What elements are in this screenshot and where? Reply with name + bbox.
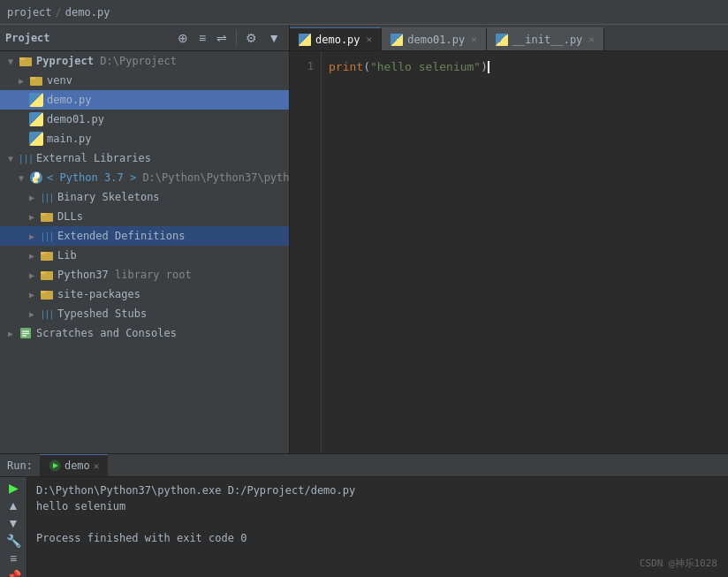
tree-item-python37-lr[interactable]: ▶ Python37 library root — [0, 265, 289, 285]
scroll-down-button[interactable]: ▼ — [4, 516, 23, 530]
typeshed-stubs-label: Typeshed Stubs — [57, 307, 147, 320]
tab-demo-py-label: demo.py — [315, 34, 360, 46]
init-py-tab-icon — [496, 34, 508, 46]
line-numbers: 1 — [290, 51, 322, 453]
pyproject-label: Pyproject — [36, 55, 94, 67]
venv-label: venv — [47, 74, 72, 87]
main-content: Project ⊕ ≡ ⇌ ⚙ ▼ ▼ Pyproject D:\Pyproje… — [0, 25, 728, 453]
python37-icon — [28, 171, 44, 185]
binary-skeletons-icon: ||| — [39, 190, 55, 204]
tree-item-demo01-py[interactable]: demo01.py — [0, 110, 289, 129]
bottom-tab-demo[interactable]: demo ✕ — [40, 454, 109, 476]
bottom-tab-demo-close[interactable]: ✕ — [94, 460, 100, 472]
breadcrumb-bar: project / demo.py — [0, 0, 728, 25]
ext-defs-icon: ||| — [39, 229, 55, 243]
tree-item-lib[interactable]: ▶ Lib — [0, 246, 289, 265]
chevron-ext-libs: ▼ — [4, 154, 18, 163]
main-py-label: main.py — [47, 133, 92, 145]
code-area[interactable]: print("hello selenium") — [322, 51, 728, 453]
svg-rect-12 — [41, 271, 46, 274]
run-line-4: Process finished with exit code 0 — [36, 530, 719, 546]
tab-init-py-close[interactable]: ✕ — [588, 34, 595, 45]
tree-item-ext-libs[interactable]: ▼ ||| External Libraries — [0, 148, 289, 168]
toolbar-divider — [236, 30, 237, 46]
tree-item-ext-defs[interactable]: ▶ ||| Extended Definitions — [0, 226, 289, 246]
demo01-py-tab-icon — [391, 34, 403, 46]
svg-rect-3 — [30, 77, 35, 80]
tree-item-dlls[interactable]: ▶ DLLs — [0, 207, 289, 226]
bottom-panel: Run: demo ✕ ▶ ▲ ▼ 🔧 ≡ 📌 D:\Python\Python… — [0, 453, 728, 577]
kw-print: print — [329, 58, 363, 75]
tree-item-demo-py[interactable]: demo.py — [0, 90, 289, 110]
tab-demo01-py[interactable]: demo01.py ✕ — [382, 27, 487, 50]
tree-item-python37[interactable]: ▼ < Python 3.7 > D:\Python\Python37\pyth… — [0, 168, 289, 187]
tab-init-py-label: __init__.py — [512, 34, 582, 46]
lib-label: Lib — [57, 249, 77, 262]
tab-init-py[interactable]: __init__.py ✕ — [487, 27, 604, 50]
paren-close: ) — [481, 58, 488, 75]
chevron-python37: ▼ — [14, 173, 28, 183]
toolbar-sort-btn[interactable]: ⇌ — [213, 29, 231, 47]
run-button[interactable]: ▶ — [4, 481, 23, 495]
ext-libs-label: External Libraries — [36, 152, 151, 164]
editor-content[interactable]: 1 print("hello selenium") — [290, 51, 728, 453]
python37-lr-label: Python37 — [57, 269, 109, 281]
tree-item-pyproject[interactable]: ▼ Pyproject D:\Pyproject — [0, 51, 289, 71]
tab-demo01-py-close[interactable]: ✕ — [471, 34, 477, 45]
tree-item-site-packages[interactable]: ▶ site-packages — [0, 285, 289, 304]
tree-item-typeshed-stubs[interactable]: ▶ ||| Typeshed Stubs — [0, 304, 289, 323]
chevron-typeshed-stubs: ▶ — [25, 309, 39, 319]
tab-bar: demo.py ✕ demo01.py ✕ __init__.py ✕ — [290, 25, 728, 51]
sidebar: Project ⊕ ≡ ⇌ ⚙ ▼ ▼ Pyproject D:\Pyproje… — [0, 25, 290, 453]
python37-path: D:\Python\Python37\python.exe — [136, 171, 289, 184]
scratches-label: Scratches and Consoles — [36, 327, 177, 339]
chevron-dlls: ▶ — [25, 212, 39, 222]
breadcrumb-project[interactable]: project — [7, 6, 52, 19]
tree-item-main-py[interactable]: main.py — [0, 129, 289, 148]
pyproject-icon — [18, 54, 34, 68]
binary-skeletons-label: Binary Skeletons — [57, 191, 160, 203]
demo01-py-label: demo01.py — [47, 113, 104, 125]
tree-item-scratches[interactable]: ▶ Scratches and Consoles — [0, 323, 289, 343]
bottom-tab-demo-label: demo — [64, 459, 90, 472]
sidebar-header-label: Project — [5, 32, 171, 44]
demo01-py-icon — [28, 112, 44, 126]
tab-demo01-py-label: demo01.py — [407, 34, 465, 46]
breadcrumb-file[interactable]: demo.py — [65, 6, 110, 19]
watermark: CSDN @神乐1028 — [640, 557, 717, 570]
breadcrumb-sep: / — [56, 6, 62, 19]
line-number-1: 1 — [297, 58, 314, 75]
toolbar-dropdown-btn[interactable]: ▼ — [264, 29, 284, 47]
toolbar-list-btn[interactable]: ≡ — [195, 29, 209, 47]
pyproject-path: D:\Pyproject — [94, 55, 177, 67]
pin-button[interactable]: 📌 — [4, 569, 23, 577]
tree-item-binary-skeletons[interactable]: ▶ ||| Binary Skeletons — [0, 187, 289, 207]
text-cursor — [488, 61, 489, 73]
ext-defs-label: Extended Definitions — [57, 230, 186, 242]
site-packages-label: site-packages — [57, 288, 140, 300]
wrench-button[interactable]: 🔧 — [4, 534, 23, 548]
demo-py-tab-icon — [299, 34, 311, 46]
python37-lr-sublabel: library root — [109, 269, 192, 281]
toolbar-settings-btn[interactable]: ⚙ — [242, 29, 261, 47]
venv-icon — [28, 73, 44, 87]
bottom-run-area: ▶ ▲ ▼ 🔧 ≡ 📌 D:\Python\Python37\python.ex… — [0, 477, 728, 577]
scroll-up-button[interactable]: ▲ — [4, 498, 23, 512]
chevron-pyproject: ▼ — [4, 57, 18, 66]
svg-point-5 — [34, 175, 36, 177]
tree-item-venv[interactable]: ▶ venv — [0, 71, 289, 90]
tab-demo-py[interactable]: demo.py ✕ — [290, 27, 382, 50]
sidebar-tree: ▼ Pyproject D:\Pyproject ▶ venv — [0, 51, 289, 453]
toolbar-add-btn[interactable]: ⊕ — [174, 29, 192, 47]
run-line-1: D:\Python\Python37\python.exe D:/Pyproje… — [36, 482, 719, 498]
sidebar-toolbar: Project ⊕ ≡ ⇌ ⚙ ▼ — [0, 25, 289, 51]
bottom-content: D:\Python\Python37\python.exe D:/Pyproje… — [27, 477, 728, 577]
ext-libs-icon: ||| — [18, 151, 34, 165]
chevron-venv: ▶ — [14, 76, 28, 86]
lines-button[interactable]: ≡ — [4, 551, 23, 566]
tab-demo-py-close[interactable]: ✕ — [367, 34, 373, 45]
svg-rect-14 — [41, 291, 46, 293]
python37-label: < Python 3.7 > — [47, 171, 136, 184]
string-hello: "hello selenium" — [370, 58, 481, 75]
bottom-tabs: Run: demo ✕ — [0, 454, 728, 477]
